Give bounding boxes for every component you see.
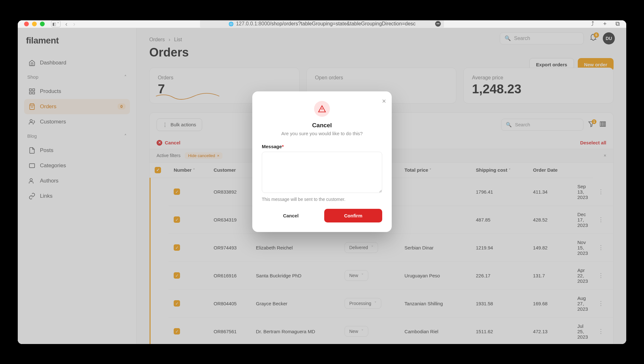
url-badge: ••• bbox=[435, 21, 441, 27]
modal-hint: This message will be sent to the custome… bbox=[262, 197, 382, 202]
modal-cancel-button[interactable]: Cancel bbox=[262, 209, 320, 222]
modal-title: Cancel bbox=[262, 122, 382, 129]
url-bar[interactable]: 🌐 127.0.0.1:8000/shop/orders?tableGroupi… bbox=[200, 20, 444, 29]
window-close[interactable] bbox=[24, 22, 29, 26]
warning-icon bbox=[314, 101, 330, 117]
modal-subtitle: Are you sure you would like to do this? bbox=[262, 131, 382, 136]
window-minimize[interactable] bbox=[32, 22, 37, 26]
forward-icon[interactable]: › bbox=[73, 20, 75, 28]
back-icon[interactable]: ‹ bbox=[65, 20, 68, 28]
window-maximize[interactable] bbox=[40, 22, 45, 26]
browser-titlebar: ◧ ˅ ‹ › 🌐 127.0.0.1:8000/shop/orders?tab… bbox=[18, 20, 626, 28]
message-label: Message* bbox=[262, 144, 382, 149]
tabs-icon[interactable]: ⧉ bbox=[615, 20, 620, 27]
sidebar-toggle-icon[interactable]: ◧ ˅ bbox=[51, 20, 61, 27]
modal-confirm-button[interactable]: Confirm bbox=[324, 209, 382, 222]
globe-icon: 🌐 bbox=[229, 22, 234, 26]
share-icon[interactable]: ⤴ bbox=[591, 20, 594, 27]
message-textarea[interactable] bbox=[262, 152, 382, 193]
new-tab-icon[interactable]: + bbox=[603, 20, 607, 27]
modal-close-button[interactable]: × bbox=[382, 97, 386, 105]
url-path: /shop/orders?tableGrouping=state&tableGr… bbox=[270, 21, 415, 26]
cancel-confirmation-modal: × Cancel Are you sure you would like to … bbox=[252, 91, 392, 232]
url-host: 127.0.0.1:8000 bbox=[236, 21, 270, 26]
